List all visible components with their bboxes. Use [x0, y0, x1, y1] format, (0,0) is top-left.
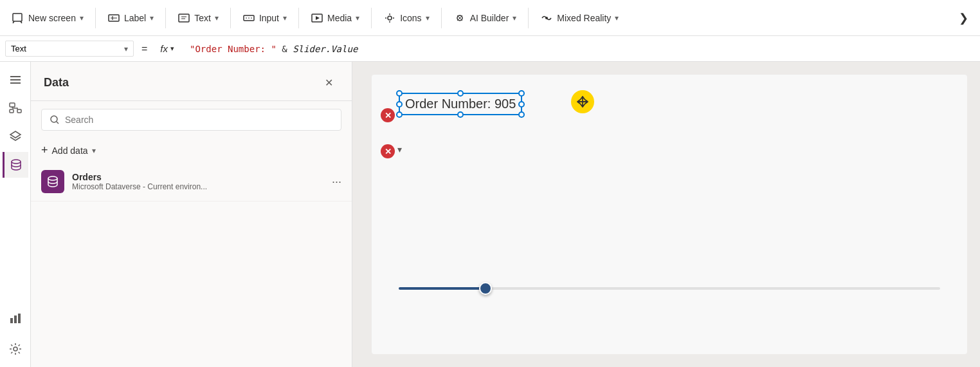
label-label: Label: [124, 13, 146, 23]
media-label: Media: [327, 13, 352, 23]
add-data-label: Add data: [52, 146, 88, 156]
resize-handle-tr[interactable]: [518, 90, 525, 97]
error-badge-2[interactable]: ✕: [381, 144, 395, 158]
canvas-text-content: Order Number: 905: [405, 97, 516, 111]
fx-chevron: ▾: [170, 44, 174, 53]
svg-rect-10: [10, 109, 14, 113]
formula-equals: =: [139, 43, 150, 55]
svg-point-8: [545, 17, 548, 19]
data-source-menu-orders[interactable]: ···: [332, 175, 341, 189]
svg-point-16: [14, 347, 17, 351]
media-button[interactable]: Media ▾: [304, 8, 366, 28]
expand-chevron[interactable]: ▾: [397, 144, 402, 155]
canvas-text-element[interactable]: Order Number: 905: [399, 93, 522, 115]
icons-label: Icons: [400, 13, 421, 23]
resize-handle-mr[interactable]: [518, 101, 525, 108]
property-selector[interactable]: Text ▾: [5, 41, 134, 57]
media-chevron: ▾: [356, 14, 359, 23]
ai-builder-label: AI Builder: [470, 13, 509, 23]
data-panel-title: Data: [44, 76, 69, 89]
input-button[interactable]: Input ▾: [236, 8, 293, 28]
main-area: Data ✕ + Add data ▾: [0, 62, 980, 367]
svg-rect-0: [13, 14, 22, 21]
add-data-chevron: ▾: [92, 146, 96, 155]
label-button[interactable]: Label ▾: [101, 8, 160, 28]
close-icon: ✕: [325, 77, 333, 89]
resize-handle-br[interactable]: [518, 111, 525, 118]
formula-string-part: "Order Number: ": [190, 44, 277, 54]
text-chevron: ▾: [215, 14, 219, 23]
resize-handle-bc[interactable]: [457, 111, 464, 118]
svg-rect-11: [17, 109, 21, 113]
separator-3: [230, 8, 231, 28]
slider-control[interactable]: [399, 287, 940, 290]
svg-rect-9: [10, 103, 15, 107]
toolbar-end: ❯: [952, 6, 975, 30]
svg-rect-15: [18, 314, 21, 323]
data-panel-close-button[interactable]: ✕: [318, 72, 339, 93]
search-input[interactable]: [65, 115, 333, 125]
add-data-button[interactable]: + Add data ▾: [31, 138, 352, 162]
label-chevron: ▾: [150, 14, 154, 23]
new-screen-button[interactable]: New screen ▾: [5, 8, 90, 28]
media-icon: [311, 12, 323, 24]
ai-builder-button[interactable]: AI Builder ▾: [447, 8, 523, 28]
resize-handle-tl[interactable]: [396, 90, 403, 97]
data-source-item-orders[interactable]: Orders Microsoft Dataverse - Current env…: [31, 162, 352, 202]
sidebar-item-data[interactable]: [3, 152, 28, 178]
data-source-name-orders: Orders: [72, 172, 324, 182]
sidebar-item-settings[interactable]: [3, 336, 28, 362]
new-screen-icon: [12, 12, 24, 24]
ai-builder-chevron: ▾: [513, 14, 516, 23]
property-label: Text: [11, 44, 26, 53]
icons-button[interactable]: Icons ▾: [377, 8, 435, 28]
sidebar-item-menu[interactable]: [3, 67, 28, 93]
sidebar-item-chart[interactable]: [3, 305, 28, 331]
text-label: Text: [194, 13, 211, 23]
resize-handle-ml[interactable]: [396, 101, 403, 108]
add-icon: +: [41, 144, 48, 157]
resize-handle-tc[interactable]: [457, 90, 464, 97]
canvas-area: ✕ Order Number: 905: [352, 62, 980, 367]
mixed-reality-button[interactable]: Mixed Reality ▾: [534, 8, 625, 28]
mixed-reality-chevron: ▾: [615, 14, 619, 23]
separator-7: [528, 8, 529, 28]
new-screen-label: New screen: [28, 13, 76, 23]
label-icon: [107, 12, 120, 24]
separator-1: [95, 8, 96, 28]
error-badge-1-icon: ✕: [385, 111, 392, 120]
svg-point-17: [51, 116, 57, 122]
canvas-surface[interactable]: ✕ Order Number: 905: [372, 75, 967, 354]
error-badge-2-icon: ✕: [385, 147, 392, 156]
icons-icon: [383, 12, 396, 24]
sidebar-item-layers[interactable]: [3, 124, 28, 149]
svg-rect-14: [14, 315, 17, 323]
resize-handle-bl[interactable]: [396, 111, 403, 118]
icons-chevron: ▾: [426, 14, 430, 23]
svg-rect-13: [10, 318, 13, 323]
slider-thumb[interactable]: [479, 282, 492, 295]
move-cursor-icon: [571, 90, 594, 113]
svg-point-18: [48, 176, 57, 180]
text-icon: [177, 12, 190, 24]
sidebar-item-tree[interactable]: [3, 95, 28, 121]
formula-fx-button[interactable]: fx ▾: [155, 43, 179, 54]
svg-rect-2: [179, 14, 189, 22]
ai-builder-icon: [453, 12, 466, 24]
input-label: Input: [259, 13, 279, 23]
error-badge-1[interactable]: ✕: [381, 108, 395, 122]
formula-operator: &: [282, 44, 293, 54]
sidebar-icons: [0, 62, 31, 367]
svg-marker-5: [316, 16, 320, 20]
toolbar-expand-button[interactable]: ❯: [952, 6, 975, 30]
mixed-reality-icon: [540, 12, 553, 24]
formula-bar: Text ▾ = fx ▾ "Order Number: " & Slider.…: [0, 36, 980, 62]
input-icon: [242, 12, 255, 24]
formula-expression[interactable]: "Order Number: " & Slider.Value: [185, 41, 975, 57]
mixed-reality-label: Mixed Reality: [557, 13, 611, 23]
property-chevron: ▾: [124, 44, 128, 53]
main-toolbar: New screen ▾ Label ▾ Text ▾: [0, 0, 980, 36]
slider-fill: [399, 287, 485, 290]
separator-6: [441, 8, 442, 28]
text-button[interactable]: Text ▾: [171, 8, 225, 28]
